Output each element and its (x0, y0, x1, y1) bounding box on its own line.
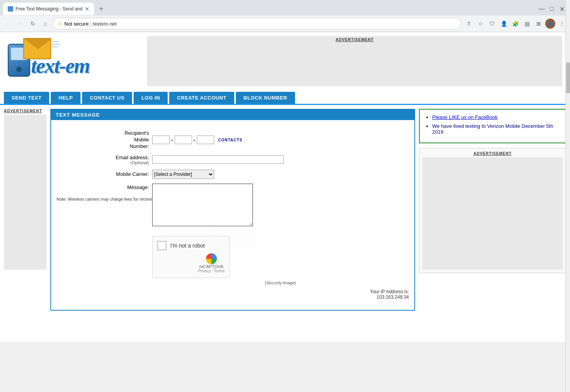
security-warning-text: Not secure (64, 21, 89, 27)
email-input[interactable] (152, 155, 284, 164)
extensions-button[interactable]: 🧩 (510, 19, 520, 29)
message-label: Message: Note: Wireless carriers may cha… (55, 181, 151, 230)
announcement-verizon: We have fixed texting to Verizon Mobile … (432, 123, 561, 135)
carrier-dropdown[interactable]: [Select a Provider] (152, 170, 214, 179)
header-ad-label: ADVERTISEMENT (336, 38, 374, 42)
ip-value: 103.163.248.34 (377, 294, 409, 300)
ip-address-display: Your IP Address is: 103.163.248.34 (152, 289, 409, 300)
carrier-row: Mobile Carrier: [Select a Provider] (55, 167, 410, 181)
site-header: text-em ADVERTISEMENT (0, 32, 570, 90)
close-button[interactable]: ✕ (558, 5, 565, 12)
phone-prefix[interactable] (175, 136, 192, 144)
logo-text: text-em (31, 55, 89, 76)
security-image-label: (Security Image) (152, 280, 409, 285)
address-bar[interactable]: ⚠ Not secure | textem.net (53, 18, 462, 29)
phone-line[interactable] (197, 136, 214, 144)
window-controls: — □ ✕ (538, 5, 567, 12)
nav-block-number[interactable]: BLOCK NUMBER (236, 92, 295, 104)
email-row: Email address: (Optional) (55, 152, 410, 167)
maximize-button[interactable]: □ (548, 5, 555, 12)
nav-contact-us[interactable]: CONTACT US (82, 92, 132, 104)
right-advertisement: ADVERTISEMENT (419, 148, 566, 273)
tab-favicon (8, 6, 13, 12)
announcement-facebook: Please LIKE us on FaceBook (432, 114, 561, 120)
carrier-select-cell: [Select a Provider] (151, 167, 410, 181)
reload-button[interactable]: ↻ (28, 19, 38, 29)
recaptcha-widget[interactable]: I'm not a robot reCAPTCHA Privacy (152, 236, 230, 278)
left-ad-label: ADVERTISEMENT (4, 109, 46, 113)
site-navigation: SEND TEXT HELP CONTACT US LOG IN CREATE … (0, 90, 570, 105)
nav-help[interactable]: HELP (51, 92, 81, 104)
captcha-footer: reCAPTCHA Privacy · Terms (157, 253, 225, 273)
browser-tab[interactable]: Free Text Messaging - Send and ✕ (3, 3, 94, 15)
captcha-cell: I'm not a robot reCAPTCHA Privacy (151, 230, 410, 302)
announcement-list: Please LIKE us on FaceBook We have fixed… (424, 114, 561, 135)
right-ad-label: ADVERTISEMENT (422, 151, 563, 156)
captcha-row: I'm not a robot (157, 241, 225, 250)
header-ad-banner: ADVERTISEMENT (147, 36, 562, 86)
recipient-row: Recipient's Mobile Number: - - (55, 128, 410, 152)
phone-area-code[interactable] (152, 136, 170, 144)
profile-avatar[interactable]: 👤 (545, 19, 555, 29)
facebook-link[interactable]: Please LIKE us on FaceBook (432, 114, 498, 120)
site-logo: text-em (8, 36, 136, 86)
contacts-button[interactable]: CONTACTS (218, 138, 242, 142)
recipient-label: Recipient's Mobile Number: (55, 128, 151, 152)
page-wrapper: text-em ADVERTISEMENT SEND TEXT HELP CON… (0, 32, 570, 342)
nav-send-text[interactable]: SEND TEXT (4, 92, 49, 104)
back-button[interactable]: ← (3, 19, 13, 29)
wireless-note: Note: Wireless carriers may charge fees … (57, 196, 103, 202)
scrollbar-thumb[interactable] (566, 62, 570, 93)
toolbar-icons: ⇧ ☆ 🛡 👤 🧩 ▤ ⊞ 👤 ⋮ (464, 19, 567, 29)
sidebar-button[interactable]: ▤ (522, 19, 532, 29)
form-panel-body: Recipient's Mobile Number: - - (51, 120, 414, 310)
tab-close-icon[interactable]: ✕ (85, 6, 89, 12)
carrier-label: Mobile Carrier: (55, 167, 151, 181)
split-view-button[interactable]: ⊞ (534, 19, 544, 29)
email-input-cell (151, 152, 410, 167)
message-textarea[interactable] (152, 184, 253, 226)
form-table: Recipient's Mobile Number: - - (55, 128, 410, 302)
tab-title: Free Text Messaging - Send and (15, 6, 82, 12)
recaptcha-label: reCAPTCHA (199, 264, 223, 269)
forward-button[interactable]: → (15, 19, 26, 29)
email-label: Email address: (Optional) (55, 152, 151, 167)
captcha-label: I'm not a robot (170, 242, 205, 249)
right-ad-content (422, 157, 563, 270)
recaptcha-logo (206, 253, 217, 264)
form-area: TEXT MESSAGE Recipient's Mobile Number: (50, 109, 415, 311)
minimize-button[interactable]: — (538, 5, 545, 12)
message-row: Message: Note: Wireless carriers may cha… (55, 181, 410, 230)
verizon-announcement: We have fixed texting to Verizon Mobile … (432, 123, 553, 135)
bookmark-button[interactable]: ☆ (476, 19, 486, 29)
text-message-panel: TEXT MESSAGE Recipient's Mobile Number: (50, 109, 415, 311)
address-url: textem.net (93, 21, 117, 27)
terms-link[interactable]: Terms (214, 269, 225, 273)
main-layout: ADVERTISEMENT TEXT MESSAGE Recipient's (0, 105, 570, 315)
nav-log-in[interactable]: LOG IN (134, 92, 168, 104)
shield-icon[interactable]: 🛡 (487, 19, 497, 29)
captcha-checkbox[interactable] (157, 241, 167, 250)
account-button[interactable]: 👤 (499, 19, 509, 29)
phone-inputs: - - CONTACTS (152, 136, 409, 144)
left-advertisement: ADVERTISEMENT (4, 109, 46, 311)
logo-area: text-em (8, 36, 139, 86)
address-separator: | (90, 21, 91, 27)
browser-titlebar: Free Text Messaging - Send and ✕ + — □ ✕ (0, 0, 570, 15)
form-panel-header: TEXT MESSAGE (51, 110, 414, 120)
share-button[interactable]: ⇧ (464, 19, 474, 29)
right-sidebar: Please LIKE us on FaceBook We have fixed… (419, 109, 566, 311)
nav-create-account[interactable]: CREATE ACCOUNT (169, 92, 234, 104)
browser-chrome: Free Text Messaging - Send and ✕ + — □ ✕… (0, 0, 570, 32)
security-warning-icon: ⚠ (58, 21, 62, 26)
phone-dash-1: - (171, 137, 173, 143)
scrollbar-track[interactable] (565, 0, 570, 342)
left-ad-content (4, 115, 46, 270)
privacy-link[interactable]: Privacy (198, 269, 211, 273)
phone-dash-2: - (194, 137, 196, 143)
new-tab-button[interactable]: + (96, 3, 106, 14)
home-button[interactable]: ⌂ (40, 19, 50, 29)
message-textarea-cell (151, 181, 410, 230)
recaptcha-links: Privacy · Terms (198, 269, 225, 273)
announcement-box: Please LIKE us on FaceBook We have fixed… (419, 109, 566, 143)
